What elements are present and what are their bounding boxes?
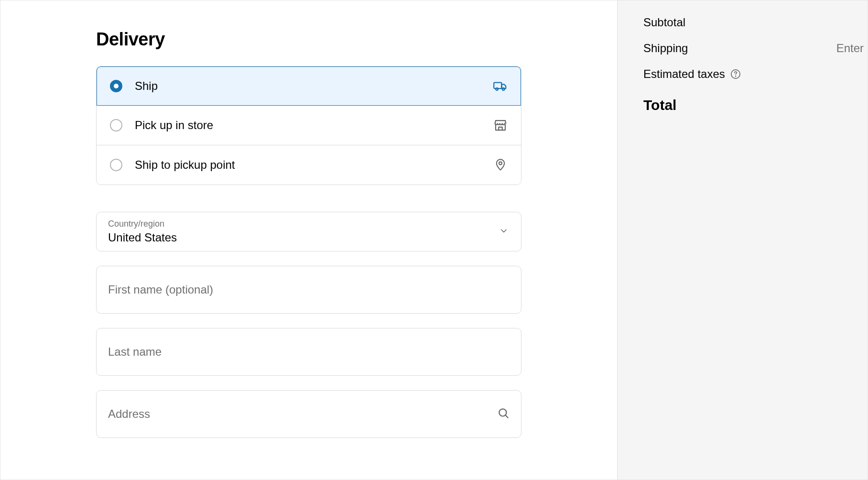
truck-icon: [493, 79, 508, 93]
delivery-method-group: Ship Pick up in store: [96, 66, 521, 185]
radio-unselected-icon: [110, 159, 122, 171]
delivery-option-label: Pick up in store: [135, 119, 493, 132]
delivery-option-pickup-point[interactable]: Ship to pickup point: [97, 145, 521, 185]
summary-shipping-row: Shipping Enter: [643, 42, 864, 55]
first-name-field-wrapper: [96, 266, 521, 314]
summary-total-row: Total: [643, 93, 864, 113]
last-name-field-wrapper: [96, 328, 521, 376]
first-name-input[interactable]: [108, 283, 510, 296]
checkout-main: Delivery Ship Pick up in store: [0, 0, 617, 480]
delivery-heading: Delivery: [96, 29, 521, 50]
svg-point-2: [502, 88, 505, 90]
address-field-wrapper: [96, 390, 521, 438]
shipping-value: Enter: [836, 42, 864, 55]
address-input[interactable]: [108, 407, 491, 421]
order-summary-sidebar: Subtotal Shipping Enter Estimated taxes …: [617, 0, 868, 480]
svg-point-3: [499, 162, 502, 165]
taxes-label: Estimated taxes: [643, 67, 725, 81]
country-select[interactable]: Country/region United States: [96, 212, 521, 251]
svg-line-5: [505, 415, 508, 417]
subtotal-label: Subtotal: [643, 16, 685, 29]
last-name-input[interactable]: [108, 345, 510, 359]
location-pin-icon: [493, 158, 508, 172]
store-icon: [493, 118, 508, 132]
radio-unselected-icon: [110, 119, 122, 131]
svg-rect-0: [494, 83, 501, 89]
shipping-label: Shipping: [643, 42, 688, 55]
search-icon: [497, 407, 510, 421]
delivery-option-label: Ship: [135, 79, 493, 93]
total-label: Total: [643, 97, 676, 113]
country-value: United States: [108, 231, 510, 244]
delivery-option-label: Ship to pickup point: [135, 158, 493, 172]
svg-point-1: [496, 88, 498, 90]
delivery-option-pickup-store[interactable]: Pick up in store: [97, 106, 521, 145]
svg-point-7: [735, 76, 736, 76]
summary-taxes-row: Estimated taxes: [643, 67, 864, 81]
taxes-label-wrapper: Estimated taxes: [643, 67, 741, 81]
summary-subtotal-row: Subtotal: [643, 16, 864, 29]
chevron-down-icon: [499, 226, 509, 238]
help-icon[interactable]: [730, 68, 741, 80]
radio-selected-icon: [110, 80, 122, 92]
delivery-option-ship[interactable]: Ship: [96, 66, 521, 106]
country-label: Country/region: [108, 219, 510, 229]
